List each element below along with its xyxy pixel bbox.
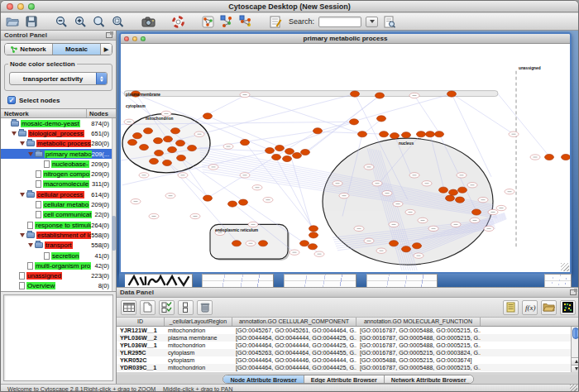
table-cell[interactable]: cytoplasm	[165, 356, 232, 364]
network-node-small[interactable]	[252, 185, 262, 190]
network-node-small[interactable]	[505, 189, 514, 194]
network-node[interactable]	[203, 113, 213, 119]
background-window-fragment[interactable]	[544, 274, 572, 287]
network-node[interactable]	[283, 155, 292, 161]
table-cell[interactable]: [GO:0044464, GO:0044444, GO:0044425, G..…	[232, 364, 356, 371]
table-cell[interactable]: [GO:0016787, GO:0005488, GO:0005215, G..…	[356, 342, 481, 349]
unselect-columns-icon[interactable]	[178, 300, 194, 315]
network-node[interactable]	[545, 154, 554, 160]
node-color-dropdown[interactable]: transporter activity	[9, 72, 108, 85]
table-cell[interactable]: [GO:0016787, GO:0005488, GO:0005215, G..…	[356, 334, 481, 342]
disclosure-triangle[interactable]	[20, 141, 25, 146]
search-advanced-icon[interactable]	[382, 14, 397, 29]
network-node-small[interactable]	[333, 181, 342, 186]
network-node-small[interactable]	[393, 201, 403, 206]
table-cell[interactable]: [GO:0044464, GO:0044444, GO:0044425, G..…	[232, 342, 356, 349]
table-cell[interactable]: YKR052C	[117, 356, 165, 364]
frame-minimize-button[interactable]	[132, 36, 137, 41]
table-cell[interactable]: plasma membrane	[165, 334, 232, 342]
disclosure-triangle[interactable]	[20, 193, 25, 197]
zoom-in-icon[interactable]	[73, 14, 88, 29]
tree-row[interactable]: biological_process651(0)	[1, 128, 116, 138]
network-edge[interactable]	[290, 151, 313, 235]
table-cell[interactable]: [GO:0044464, GO:0044444, GO:0044425, G..…	[232, 334, 356, 342]
table-row[interactable]: YPL036W__2plasma membrane[GO:0044464, GO…	[117, 334, 571, 342]
table-cell[interactable]: [GO:0016787, GO:0005488, GO:0005215, G..…	[356, 364, 481, 371]
tree-row[interactable]: transport558(0)	[1, 241, 116, 251]
network-node[interactable]	[164, 136, 173, 142]
network-node[interactable]	[177, 155, 186, 160]
network-node[interactable]	[376, 93, 385, 98]
disclosure-triangle[interactable]	[20, 233, 25, 237]
network-node-small[interactable]	[428, 226, 438, 231]
tree-row[interactable]: nucleobase-209(0)	[1, 159, 116, 169]
table-cell[interactable]: [GO:0016787, GO:0005488, GO:0005215, G..…	[356, 327, 481, 334]
table-column-header[interactable]: _cellularLayoutRegion	[165, 318, 232, 326]
network-canvas[interactable]: plasma membrane cytoplasm mitochondrion …	[121, 44, 570, 272]
select-nodes-checkbox[interactable]	[7, 96, 16, 104]
network-node[interactable]	[351, 91, 360, 97]
network-node[interactable]	[435, 131, 444, 137]
network-node-small[interactable]	[389, 222, 399, 227]
matrix-icon[interactable]	[560, 300, 576, 315]
network-node[interactable]	[232, 241, 242, 246]
network-view-titlebar[interactable]: primary metabolic process	[121, 34, 570, 44]
tree-row[interactable]: nitrogen compo209(0)	[1, 169, 116, 179]
network-node[interactable]	[377, 116, 386, 122]
network-node-small[interactable]	[409, 173, 419, 178]
column-network[interactable]: Network	[1, 109, 87, 117]
network-node-small[interactable]	[314, 251, 324, 256]
network-node[interactable]	[413, 243, 422, 249]
layout-b-icon[interactable]	[238, 14, 253, 29]
table-cell[interactable]: YLR295C	[117, 349, 165, 356]
network-node[interactable]	[228, 201, 237, 207]
table-column-header[interactable]: annotation.GO CELLULAR_COMPONENT	[232, 318, 356, 326]
background-window-edge[interactable]	[438, 274, 544, 287]
network-node-small[interactable]	[364, 238, 374, 243]
table-row[interactable]: YDR039C__1mitochondrion[GO:0044464, GO:0…	[117, 364, 571, 371]
network-node[interactable]	[358, 131, 367, 137]
open-icon[interactable]	[5, 14, 20, 29]
tab-network-attribute-browser[interactable]: Network Attribute Browser	[385, 375, 473, 383]
table-cell[interactable]: YPL036W__2	[117, 334, 165, 342]
network-node[interactable]	[449, 189, 458, 195]
zoom-out-icon[interactable]	[54, 14, 69, 29]
scroll-down-button[interactable]	[572, 365, 579, 372]
network-node-small[interactable]	[405, 209, 415, 214]
trash-icon[interactable]	[197, 300, 213, 315]
network-node-small[interactable]	[364, 165, 374, 170]
float-panel-icon[interactable]	[106, 32, 112, 38]
help-icon[interactable]	[170, 14, 185, 29]
network-node-small[interactable]	[354, 226, 364, 231]
open-folder-icon[interactable]	[541, 300, 557, 315]
network-node[interactable]	[266, 147, 275, 153]
background-window-edge[interactable]	[193, 274, 202, 287]
snapshot-icon[interactable]	[141, 14, 156, 29]
network-node[interactable]	[446, 195, 455, 201]
table-cell[interactable]: YPL036W__1	[117, 342, 165, 349]
network-node[interactable]	[188, 146, 197, 151]
scroll-up-button[interactable]	[572, 357, 579, 365]
search-input[interactable]	[318, 17, 361, 27]
network-node-small[interactable]	[451, 222, 461, 227]
disclosure-triangle[interactable]	[28, 152, 33, 156]
table-row[interactable]: YLR295Ccytoplasm[GO:0045263, GO:0044464,…	[117, 349, 571, 356]
select-columns-icon[interactable]	[159, 300, 175, 315]
table-cell[interactable]: YDR039C__1	[117, 364, 165, 371]
network-node[interactable]	[285, 148, 294, 154]
table-cell[interactable]: mitochondrion	[165, 327, 232, 334]
tabs-overflow-arrow[interactable]: ▶	[101, 44, 112, 55]
network-node-small[interactable]	[470, 218, 480, 222]
background-window-edge[interactable]	[119, 274, 125, 287]
tree-row[interactable]: macromolecule311(0)	[1, 179, 116, 189]
network-node[interactable]	[447, 91, 457, 97]
network-node[interactable]	[562, 154, 571, 160]
frame-zoom-button[interactable]	[141, 36, 146, 41]
background-window-sketch[interactable]	[125, 274, 193, 287]
network-node-small[interactable]	[248, 222, 258, 227]
network-node-small[interactable]	[149, 213, 159, 218]
network-node-small[interactable]	[457, 173, 467, 178]
tree-row[interactable]: metabolic process280(0)	[1, 139, 116, 149]
network-node-small[interactable]	[478, 197, 488, 202]
network-node[interactable]	[472, 209, 481, 215]
